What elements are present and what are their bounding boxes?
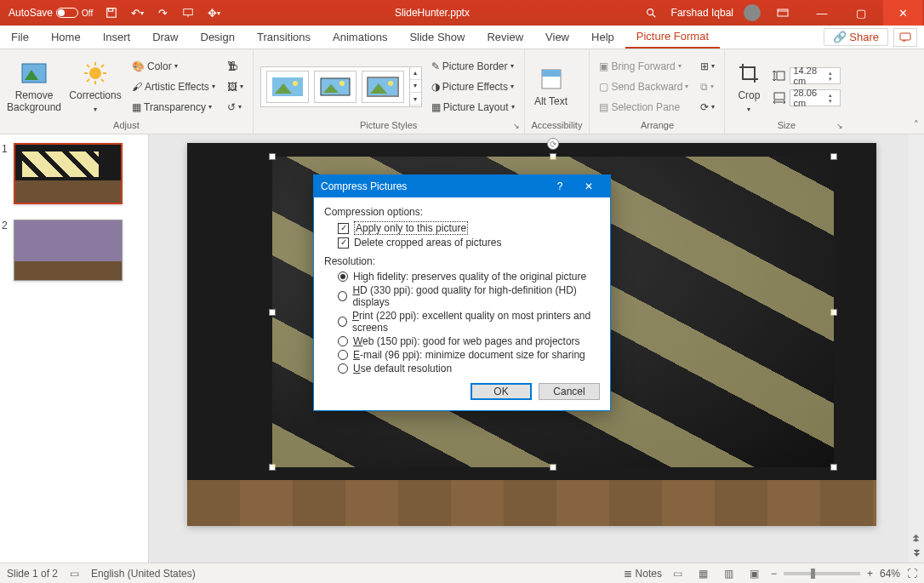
transparency-button[interactable]: ▦Transparency ▾: [129, 98, 218, 117]
normal-view-icon[interactable]: ▭: [669, 567, 687, 580]
group-button[interactable]: ⧉▾: [698, 77, 717, 96]
undo-icon[interactable]: ↶▾: [127, 1, 147, 25]
collapse-ribbon-icon[interactable]: ˄: [914, 119, 919, 130]
alt-text-button[interactable]: Alt Text: [532, 66, 571, 108]
crop-button[interactable]: Crop▾: [732, 60, 766, 113]
tab-draw[interactable]: Draw: [141, 26, 189, 49]
send-backward-button[interactable]: ▢Send Backward ▾: [596, 77, 691, 96]
selection-pane-button[interactable]: ▤Selection Pane: [596, 98, 691, 117]
tab-design[interactable]: Design: [190, 26, 246, 49]
tab-animations[interactable]: Animations: [322, 26, 398, 49]
width-input[interactable]: 28.06 cm▴▾: [773, 89, 841, 106]
cancel-button[interactable]: Cancel: [539, 383, 600, 400]
reading-view-icon[interactable]: ▥: [720, 567, 739, 580]
rotate-button[interactable]: ⟳▾: [698, 98, 717, 117]
zoom-value[interactable]: 64%: [880, 568, 900, 580]
tab-transitions[interactable]: Transitions: [246, 26, 322, 49]
ribbon: Remove Background Corrections▾ 🎨Color ▾ …: [0, 49, 924, 134]
zoom-slider[interactable]: [784, 572, 860, 575]
color-button[interactable]: 🎨Color ▾: [129, 57, 218, 76]
search-icon[interactable]: [641, 1, 661, 25]
tab-home[interactable]: Home: [40, 26, 92, 49]
artistic-effects-button[interactable]: 🖌Artistic Effects ▾: [129, 77, 218, 96]
gallery-scroll[interactable]: ▴▾▾: [410, 66, 422, 107]
resize-handle[interactable]: [830, 309, 837, 316]
dialog-titlebar[interactable]: Compress Pictures ? ✕: [314, 175, 610, 197]
tab-insert[interactable]: Insert: [92, 26, 142, 49]
user-avatar[interactable]: [744, 4, 761, 21]
style-item-2[interactable]: [314, 71, 356, 103]
resize-handle[interactable]: [269, 153, 276, 160]
resize-handle[interactable]: [269, 309, 276, 316]
status-bar: Slide 1 of 2 ▭ English (United States) ≣…: [0, 563, 924, 583]
notes-button[interactable]: ≣ Notes: [624, 568, 662, 580]
picture-effects-button[interactable]: ◑Picture Effects ▾: [429, 77, 517, 96]
radio-web[interactable]: Web (150 ppi): good for web pages and pr…: [324, 335, 600, 347]
next-slide-icon[interactable]: ⯯: [912, 548, 921, 557]
prev-slide-icon[interactable]: ⯭: [912, 534, 921, 543]
tab-slideshow[interactable]: Slide Show: [398, 26, 476, 49]
zoom-out-icon[interactable]: −: [771, 568, 777, 580]
title-bar: AutoSave Off ↶▾ ↷ ✥▾ SlideHunter.pptx Fa…: [0, 0, 924, 26]
picture-border-button[interactable]: ✎Picture Border ▾: [429, 57, 517, 76]
picture-style-gallery[interactable]: [260, 66, 410, 107]
present-from-start-icon[interactable]: [178, 1, 198, 25]
accessibility-status-icon[interactable]: ▭: [70, 568, 79, 580]
radio-email[interactable]: E-mail (96 ppi): minimize document size …: [324, 349, 600, 361]
tab-review[interactable]: Review: [476, 26, 534, 49]
remove-background-button[interactable]: Remove Background: [7, 60, 61, 114]
style-item-1[interactable]: [266, 71, 309, 103]
save-icon[interactable]: [101, 1, 122, 25]
height-input[interactable]: 14.28 cm▴▾: [773, 67, 841, 84]
picture-layout-button[interactable]: ▦Picture Layout ▾: [429, 98, 517, 117]
close-icon[interactable]: ✕: [883, 0, 922, 26]
styles-launcher[interactable]: ↘: [511, 121, 522, 131]
toggle-switch[interactable]: [56, 8, 78, 18]
resize-handle[interactable]: [830, 153, 837, 160]
style-item-3[interactable]: [362, 71, 404, 103]
language-status[interactable]: English (United States): [91, 568, 196, 580]
vertical-scrollbar[interactable]: ⯭ ⯯: [909, 134, 924, 563]
slideshow-view-icon[interactable]: ▣: [745, 567, 764, 580]
radio-hd[interactable]: HD (330 ppi): good quality for high-defi…: [324, 284, 600, 308]
radio-print[interactable]: Print (220 ppi): excellent quality on mo…: [324, 310, 600, 334]
redo-icon[interactable]: ↷: [152, 1, 173, 25]
tab-help[interactable]: Help: [580, 26, 625, 49]
resize-handle[interactable]: [830, 464, 837, 471]
change-picture-button[interactable]: 🖼▾: [225, 77, 246, 96]
tab-view[interactable]: View: [534, 26, 580, 49]
size-launcher[interactable]: ↘: [835, 121, 845, 131]
dialog-help-icon[interactable]: ?: [545, 175, 574, 197]
fit-to-window-icon[interactable]: ⛶: [907, 568, 917, 580]
corrections-button[interactable]: Corrections▾: [68, 60, 123, 113]
align-button[interactable]: ⊞▾: [698, 57, 717, 76]
rotate-handle[interactable]: ⟳: [547, 138, 559, 150]
zoom-in-icon[interactable]: +: [867, 568, 873, 580]
radio-default[interactable]: Use default resolution: [324, 363, 600, 374]
comments-button[interactable]: [893, 28, 917, 47]
touch-mode-icon[interactable]: ✥▾: [203, 1, 224, 25]
delete-cropped-checkbox[interactable]: Delete cropped areas of pictures: [324, 237, 600, 249]
compress-pictures-button[interactable]: 🗜: [225, 57, 246, 76]
ok-button[interactable]: OK: [471, 383, 532, 400]
slide-thumb-1[interactable]: 1: [14, 143, 141, 204]
slide-counter[interactable]: Slide 1 of 2: [7, 568, 58, 580]
sorter-view-icon[interactable]: ▦: [694, 567, 713, 580]
svg-point-28: [388, 81, 393, 86]
tab-file[interactable]: File: [0, 26, 40, 49]
ribbon-display-icon[interactable]: [766, 0, 800, 26]
radio-high-fidelity[interactable]: High fidelity: preserves quality of the …: [324, 271, 600, 283]
slide-thumb-2[interactable]: 2: [14, 220, 141, 281]
bring-forward-button[interactable]: ▣Bring Forward ▾: [596, 57, 691, 76]
resize-handle[interactable]: [269, 464, 276, 471]
tab-picture-format[interactable]: Picture Format: [625, 26, 720, 49]
minimize-icon[interactable]: —: [805, 0, 839, 26]
dialog-close-icon[interactable]: ✕: [574, 175, 603, 197]
reset-picture-button[interactable]: ↺▾: [225, 98, 246, 117]
resize-handle[interactable]: [550, 153, 556, 160]
apply-only-checkbox[interactable]: Apply only to this picture: [324, 221, 600, 235]
share-button[interactable]: 🔗 Share: [824, 28, 888, 46]
maximize-icon[interactable]: ▢: [844, 0, 878, 26]
resize-handle[interactable]: [550, 464, 556, 471]
autosave-toggle[interactable]: AutoSave Off: [5, 7, 96, 19]
